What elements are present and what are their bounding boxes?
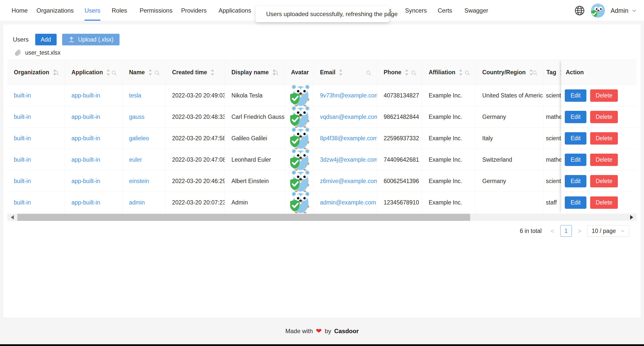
nav-item-organizations[interactable]: Organizations [36,0,74,21]
column-header-phone[interactable]: Phone [377,60,422,85]
organization-link[interactable]: built-in [14,114,31,120]
organization-link[interactable]: built-in [14,135,31,142]
organization-link[interactable]: built-in [14,199,31,206]
sort-carets-icon[interactable] [459,69,463,76]
nav-item-certs[interactable]: Certs [438,0,452,21]
delete-button[interactable]: Delete [590,89,618,102]
column-header-email[interactable]: Email [313,60,377,85]
delete-button[interactable]: Delete [590,175,618,187]
cell-affiliation: Example Inc. [422,106,476,127]
add-button[interactable]: Add [35,34,57,45]
edit-button[interactable]: Edit [565,132,586,145]
search-icon[interactable] [273,70,279,78]
application-link[interactable]: app-built-in [71,199,100,206]
nav-item-syncers[interactable]: Syncers [405,0,427,21]
edit-button[interactable]: Edit [565,111,586,123]
email-link[interactable]: 3dzw4j@example.com [320,156,377,163]
scrollbar-thumb[interactable] [17,214,470,221]
delete-button[interactable]: Delete [590,111,618,123]
organization-link[interactable]: built-in [14,156,31,163]
cell-display_name: Albert Einstein [225,170,285,192]
footer-brand-link[interactable]: Casdoor [334,328,358,335]
email-link[interactable]: z6mive@example.com [320,178,377,185]
sort-carets-icon[interactable] [339,69,343,76]
search-icon[interactable] [411,70,417,78]
edit-button[interactable]: Edit [565,175,586,187]
table-row: built-inapp-built-ingalieleo2022-03-20 2… [7,128,637,149]
name-link[interactable]: einstein [129,178,149,185]
search-icon[interactable] [154,70,160,78]
account-menu[interactable]: Admin [611,7,637,14]
name-link[interactable]: admin [129,199,145,206]
cell-email: 9v73hn@example.com [313,85,377,106]
upload-button[interactable]: Upload (.xlsx) [62,34,120,45]
column-header-organization[interactable]: Organization [7,60,65,85]
name-link[interactable]: gauss [129,114,144,120]
action-cell: Edit Delete [561,85,637,106]
search-icon[interactable] [111,70,117,78]
column-header-name[interactable]: Name [123,60,166,85]
email-link[interactable]: 8p4f38@example.com [320,135,377,142]
gopher-shield-avatar [290,127,310,149]
column-header-affiliation[interactable]: Affiliation [422,60,476,85]
name-link[interactable]: galieleo [129,135,149,142]
sort-carets-icon[interactable] [405,69,409,76]
sort-carets-icon[interactable] [106,69,110,76]
edit-button[interactable]: Edit [565,89,586,102]
email-link[interactable]: admin@example.com [320,199,376,206]
nav-item-home[interactable]: Home [12,0,28,21]
pagination-next[interactable]: > [576,227,583,235]
column-header-action: Action [561,60,637,85]
globe-icon[interactable] [574,5,585,16]
organization-link[interactable]: built-in [14,92,31,99]
cell-email: z6mive@example.com [313,170,377,192]
user-avatar[interactable] [591,4,605,18]
nav-item-providers[interactable]: Providers [181,0,207,21]
search-icon[interactable] [532,70,538,78]
uploaded-file-name[interactable]: user_test.xlsx [25,49,61,56]
search-icon[interactable] [366,70,372,78]
sort-carets-icon[interactable] [211,69,214,76]
delete-button[interactable]: Delete [590,154,618,166]
edit-button[interactable]: Edit [565,154,586,166]
page-size-select[interactable]: 10 / page [587,225,629,237]
application-link[interactable]: app-built-in [71,178,100,185]
nav-item-permissions[interactable]: Permissions [140,0,173,21]
cell-country: United States of America [476,85,543,106]
organization-link[interactable]: built-in [14,178,31,185]
delete-button[interactable]: Delete [590,132,618,145]
edit-button[interactable]: Edit [565,196,586,209]
nav-item-swagger[interactable]: Swagger [464,0,488,21]
application-link[interactable]: app-built-in [71,156,100,163]
cell-name: euler [123,149,166,170]
column-header-display_name[interactable]: Display name [225,60,285,85]
column-header-application[interactable]: Application [65,60,123,85]
name-link[interactable]: tesla [129,92,141,99]
nav-item-applications[interactable]: Applications [219,0,251,21]
nav-item-users[interactable]: Users [85,0,100,21]
footer: Made with ❤ by Casdoor [0,318,644,344]
avatar-cell [285,192,313,213]
sort-carets-icon[interactable] [148,69,152,76]
name-link[interactable]: euler [129,156,142,163]
scroll-right-arrow[interactable] [627,214,637,221]
column-header-created_time[interactable]: Created time [166,60,225,85]
application-link[interactable]: app-built-in [71,92,100,99]
cell-application: app-built-in [65,85,123,106]
column-header-country[interactable]: Country/Region [476,60,543,85]
pagination-page-1[interactable]: 1 [560,225,572,237]
pagination-prev[interactable]: < [549,227,556,235]
email-link[interactable]: vqdsan@example.com [320,114,377,120]
cell-created_time: 2022-03-20 20:47:58 [166,128,225,149]
application-link[interactable]: app-built-in [71,114,100,120]
horizontal-scrollbar[interactable] [7,214,637,221]
cell-organization: built-in [7,192,65,213]
application-link[interactable]: app-built-in [71,135,100,142]
delete-button[interactable]: Delete [590,196,618,209]
search-icon[interactable] [464,70,470,78]
email-link[interactable]: 9v73hn@example.com [320,92,377,99]
cell-country: Germany [476,106,543,127]
search-icon[interactable] [54,70,60,78]
nav-item-roles[interactable]: Roles [112,0,127,21]
scroll-left-arrow[interactable] [7,214,17,221]
